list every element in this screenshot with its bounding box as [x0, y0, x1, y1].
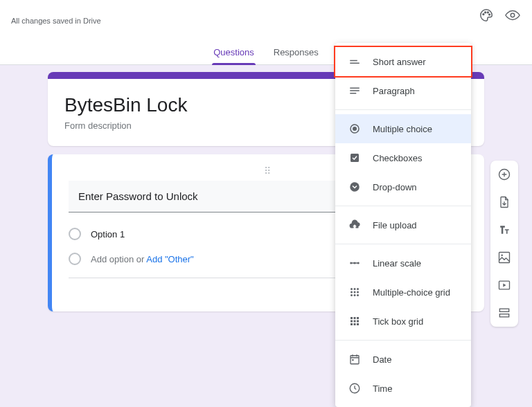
svg-rect-41	[357, 320, 359, 323]
svg-rect-15	[350, 63, 360, 64]
top-icons	[478, 7, 521, 24]
svg-point-22	[350, 182, 360, 192]
radio-icon	[348, 122, 362, 136]
topbar: All changes saved in Drive	[0, 0, 532, 42]
svg-point-10	[501, 254, 503, 256]
add-other-button[interactable]: Add "Other"	[146, 254, 194, 264]
palette-icon[interactable]	[478, 7, 495, 24]
dropdown-item-dropdown[interactable]: Drop-down	[335, 172, 471, 201]
dropdown-item-short-answer[interactable]: Short answer	[334, 46, 472, 78]
svg-rect-14	[350, 60, 357, 62]
dropdown-item-tick-grid[interactable]: Tick box grid	[335, 307, 471, 336]
svg-point-4	[511, 13, 515, 17]
svg-rect-18	[350, 93, 356, 94]
svg-point-20	[353, 127, 357, 131]
question-type-dropdown: Short answer Paragraph Multiple choice C…	[335, 43, 471, 407]
svg-rect-36	[351, 317, 353, 319]
svg-rect-16	[350, 88, 360, 89]
dropdown-item-paragraph[interactable]: Paragraph	[335, 76, 471, 105]
add-video-icon[interactable]	[497, 278, 511, 292]
add-section-icon[interactable]	[497, 306, 511, 320]
clock-icon	[348, 381, 362, 395]
paragraph-icon	[348, 84, 362, 98]
svg-point-33	[351, 294, 353, 296]
svg-point-1	[485, 12, 486, 13]
dropdown-item-file-upload[interactable]: File upload	[335, 210, 471, 239]
svg-rect-43	[354, 323, 356, 325]
dropdown-item-mc-grid[interactable]: Multiple-choice grid	[335, 278, 471, 307]
checkbox-icon	[348, 151, 362, 165]
svg-rect-13	[499, 314, 508, 317]
dropdown-item-date[interactable]: Date	[335, 345, 471, 374]
svg-rect-46	[352, 359, 353, 361]
side-toolbar	[490, 161, 518, 327]
short-answer-icon	[348, 55, 362, 69]
svg-point-32	[357, 291, 359, 293]
radio-icon	[69, 228, 81, 240]
svg-rect-45	[351, 356, 359, 364]
svg-rect-39	[351, 320, 353, 323]
grid-square-icon	[348, 314, 362, 328]
radio-icon	[69, 253, 81, 265]
svg-point-31	[354, 291, 356, 293]
svg-rect-37	[354, 317, 356, 319]
add-image-icon[interactable]	[497, 251, 511, 264]
svg-point-27	[351, 288, 353, 290]
svg-rect-26	[351, 262, 359, 264]
svg-rect-42	[351, 323, 353, 325]
svg-rect-44	[357, 323, 359, 325]
grid-icon	[348, 285, 362, 299]
add-option-button[interactable]: Add option	[91, 254, 134, 264]
svg-point-34	[354, 294, 356, 296]
svg-rect-40	[354, 320, 356, 323]
tab-responses[interactable]: Responses	[274, 42, 319, 64]
svg-rect-12	[499, 309, 508, 311]
svg-point-35	[357, 294, 359, 296]
add-question-icon[interactable]	[497, 168, 511, 181]
dropdown-item-linear-scale[interactable]: Linear scale	[335, 248, 471, 278]
calendar-icon	[348, 352, 362, 366]
svg-point-2	[487, 12, 488, 13]
svg-rect-21	[351, 154, 359, 162]
svg-rect-9	[499, 253, 510, 263]
svg-point-30	[351, 291, 353, 293]
svg-point-3	[489, 14, 490, 15]
dropdown-item-multiple-choice[interactable]: Multiple choice	[335, 114, 471, 143]
option-label: Option 1	[91, 229, 125, 239]
svg-point-28	[354, 288, 356, 290]
dropdown-item-checkboxes[interactable]: Checkboxes	[335, 143, 471, 172]
cloud-upload-icon	[348, 218, 362, 232]
svg-rect-38	[357, 317, 359, 319]
add-title-icon[interactable]	[497, 223, 511, 237]
dropdown-item-time[interactable]: Time	[335, 374, 471, 403]
separator	[335, 109, 471, 110]
separator	[335, 206, 471, 206]
save-status: All changes saved in Drive	[11, 17, 101, 25]
preview-icon[interactable]	[504, 7, 521, 24]
svg-point-0	[483, 14, 484, 15]
tab-questions[interactable]: Questions	[213, 42, 254, 64]
svg-rect-17	[350, 90, 360, 91]
separator	[335, 244, 471, 244]
svg-point-29	[357, 288, 359, 290]
import-questions-icon[interactable]	[497, 195, 511, 209]
separator	[335, 340, 471, 341]
dropdown-icon	[348, 180, 362, 194]
linear-scale-icon	[348, 256, 362, 270]
